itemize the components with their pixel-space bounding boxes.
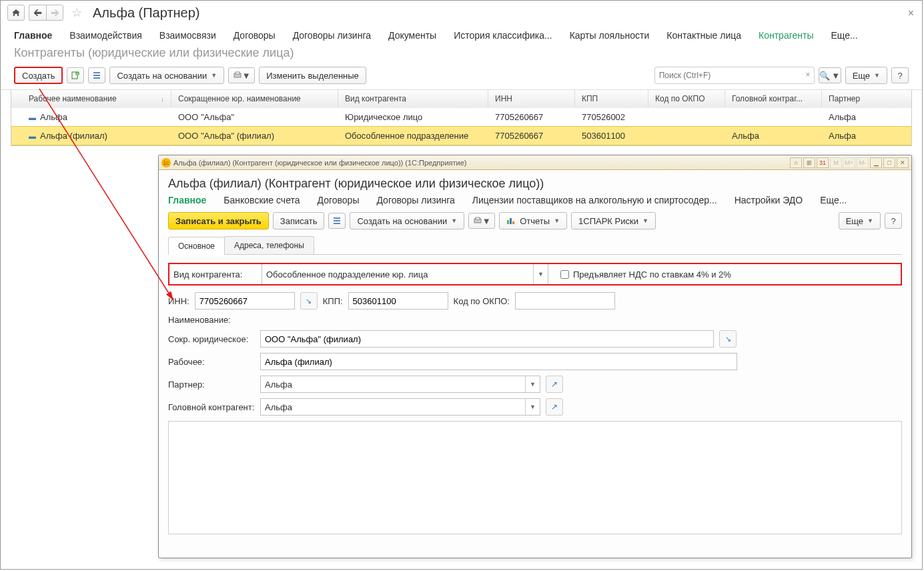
inn-label: ИНН: [168, 296, 189, 306]
search-clear-icon[interactable]: × [806, 70, 811, 79]
fav-icon[interactable]: ☆ [790, 157, 802, 168]
dlg-help-button[interactable]: ? [885, 213, 902, 229]
row-node-icon: ▬ [29, 132, 36, 140]
table-row[interactable]: ▬Альфа (филиал) ООО "Альфа" (филиал) Обо… [11, 126, 911, 145]
tab-loyalty[interactable]: Карты лояльности [570, 30, 650, 41]
calc-icon[interactable]: ⊞ [803, 157, 815, 168]
tab-leasing[interactable]: Договоры лизинга [293, 30, 371, 41]
th-kpp[interactable]: КПП [575, 90, 648, 107]
head-label: Головной контрагент: [168, 402, 255, 412]
svg-rect-16 [512, 221, 514, 224]
chevron-down-icon: ▼ [554, 217, 560, 224]
table-row[interactable]: ▬Альфа ООО "Альфа" Юридическое лицо 7705… [11, 107, 911, 126]
short-label: Сокр. юридическое: [168, 334, 255, 344]
notes-textarea[interactable] [168, 421, 902, 534]
nav-forward-button[interactable]: 🡲 [46, 5, 63, 21]
spark-button[interactable]: 1СПАРК Риски▼ [571, 212, 656, 229]
partner-label: Партнер: [168, 380, 255, 390]
search-input[interactable] [654, 67, 815, 84]
subtab-addresses[interactable]: Адреса, телефоны [224, 236, 314, 254]
partner-select[interactable]: Альфа ▼ [260, 376, 540, 393]
change-selected-button[interactable]: Изменить выделенные [259, 67, 366, 84]
table-header: Рабочее наименование↓ Сокращенное юр. на… [11, 90, 911, 107]
svg-rect-10 [334, 220, 340, 221]
nav-back-button[interactable]: 🡰 [29, 5, 46, 21]
th-okpo[interactable]: Код по ОКПО [648, 90, 725, 107]
partner-open-button[interactable]: ↗ [546, 376, 563, 393]
th-partner[interactable]: Партнер [822, 90, 902, 107]
more-button[interactable]: Еще▼ [845, 67, 887, 84]
tab-contracts[interactable]: Договоры [234, 30, 276, 41]
th-type[interactable]: Вид контрагента [338, 90, 488, 107]
working-field[interactable] [260, 353, 737, 370]
dlg-create-based-button[interactable]: Создать на основании▼ [350, 212, 464, 229]
sort-down-icon: ↓ [161, 95, 164, 103]
dlg-tab-bank[interactable]: Банковские счета [223, 195, 300, 205]
th-name[interactable]: Рабочее наименование↓ [11, 90, 171, 107]
print-button[interactable]: ▼ [228, 67, 255, 83]
okpo-field[interactable] [515, 292, 615, 310]
home-button[interactable] [7, 5, 25, 21]
vat-checkbox[interactable] [560, 270, 569, 279]
dlg-print-button[interactable]: ▼ [468, 213, 495, 229]
close-icon[interactable]: × [908, 7, 914, 19]
dlg-tab-more[interactable]: Еще... [820, 195, 847, 205]
memo-mplus-icon[interactable]: M+ [843, 157, 855, 168]
th-head[interactable]: Головной контраг... [725, 90, 822, 107]
dlg-tab-main[interactable]: Главное [168, 195, 206, 205]
maximize-icon[interactable]: □ [883, 157, 895, 168]
dlg-tab-licenses[interactable]: Лицензии поставщиков на алкогольную и сп… [472, 195, 717, 205]
memo-mminus-icon[interactable]: M- [857, 157, 869, 168]
close-dialog-icon[interactable]: ✕ [897, 157, 909, 168]
kpp-field[interactable] [348, 292, 448, 310]
svg-rect-9 [334, 217, 340, 219]
chevron-down-icon: ▼ [451, 217, 457, 224]
tab-main[interactable]: Главное [14, 30, 52, 41]
short-field[interactable] [260, 330, 714, 348]
type-select[interactable]: Обособленное подразделение юр. лица ▼ [262, 264, 548, 284]
head-select[interactable]: Альфа ▼ [260, 398, 540, 416]
save-close-button[interactable]: Записать и закрыть [168, 212, 269, 229]
create-based-button[interactable]: Создать на основании▼ [109, 67, 224, 84]
minimize-icon[interactable]: ▁ [870, 157, 882, 168]
tab-relations[interactable]: Взаимосвязи [159, 30, 216, 41]
inn-field[interactable] [195, 292, 295, 310]
chevron-down-icon[interactable]: ▼ [525, 376, 540, 392]
create-button[interactable]: Создать [14, 67, 63, 84]
save-button[interactable]: Записать [273, 212, 325, 229]
tab-contacts[interactable]: Контактные лица [666, 30, 741, 41]
th-inn[interactable]: ИНН [488, 90, 575, 107]
dlg-more-button[interactable]: Еще▼ [839, 212, 881, 229]
head-open-button[interactable]: ↗ [546, 398, 563, 416]
chevron-down-icon: ▼ [874, 72, 880, 79]
th-short[interactable]: Сокращенное юр. наименование [171, 90, 338, 107]
tab-contragents[interactable]: Контрагенты [759, 30, 813, 41]
calendar-icon[interactable]: 31 [817, 157, 829, 168]
app-icon: 1c [161, 158, 171, 167]
favorite-star-icon[interactable]: ☆ [71, 5, 82, 20]
main-nav-tabs: Главное Взаимодействия Взаимосвязи Догов… [1, 21, 922, 45]
tab-more[interactable]: Еще... [831, 30, 857, 41]
short-expand-button[interactable]: ↘ [719, 330, 737, 348]
tab-history[interactable]: История классифика... [454, 30, 552, 41]
list-view-button[interactable] [328, 213, 346, 229]
tab-interactions[interactable]: Взаимодействия [69, 30, 142, 41]
svg-rect-15 [510, 218, 512, 224]
okpo-label: Код по ОКПО: [454, 296, 510, 306]
working-label: Рабочее: [168, 357, 255, 367]
dlg-tab-contracts[interactable]: Договоры [318, 195, 360, 205]
chevron-down-icon[interactable]: ▼ [525, 399, 540, 415]
help-button[interactable]: ? [891, 67, 909, 83]
inn-lookup-button[interactable]: ↘ [300, 292, 318, 310]
dlg-tab-edo[interactable]: Настройки ЭДО [735, 195, 803, 205]
list-view-button[interactable] [88, 67, 105, 83]
search-button[interactable]: 🔍▼ [819, 67, 841, 83]
tab-documents[interactable]: Документы [388, 30, 436, 41]
copy-button[interactable]: + [67, 67, 84, 83]
list-subtitle: Контрагенты (юридические или физические … [1, 45, 922, 64]
dlg-tab-leasing[interactable]: Договоры лизинга [376, 195, 454, 205]
reports-button[interactable]: Отчеты▼ [499, 212, 567, 229]
subtab-main[interactable]: Основное [168, 237, 225, 255]
chevron-down-icon[interactable]: ▼ [533, 264, 548, 284]
memo-m-icon[interactable]: M [830, 157, 842, 168]
